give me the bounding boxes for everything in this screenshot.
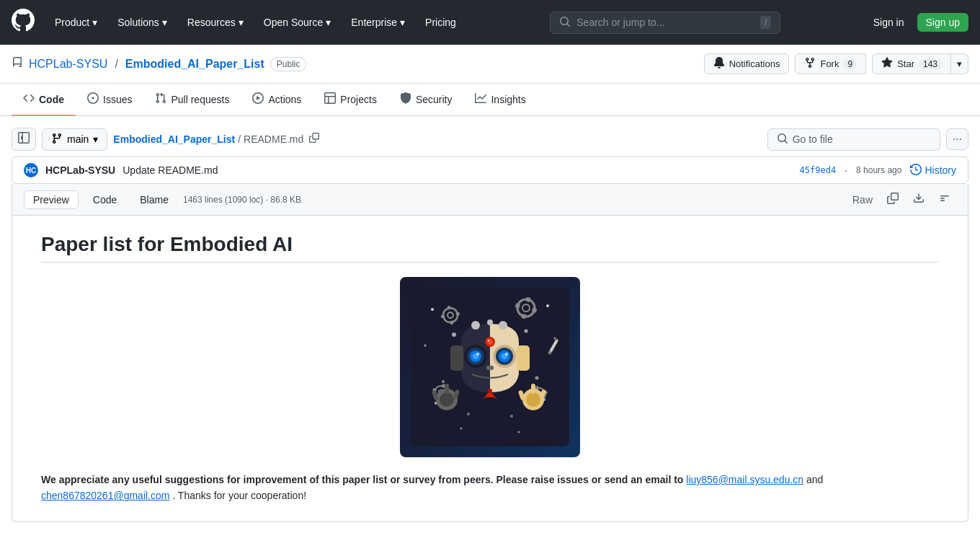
- blame-tab-button[interactable]: Blame: [131, 191, 177, 208]
- svg-point-7: [460, 428, 463, 430]
- svg-point-69: [525, 330, 528, 333]
- repo-title: HCPLab-SYSU / Embodied_AI_Paper_List Pub…: [12, 57, 306, 71]
- signup-button[interactable]: Sign up: [917, 13, 968, 32]
- tab-pull-requests[interactable]: Pull requests: [143, 84, 241, 116]
- chevron-down-icon: ▾: [93, 133, 98, 145]
- breadcrumb: Embodied_AI_Paper_List / README.md: [113, 131, 322, 147]
- breadcrumb-file: README.md: [244, 133, 303, 145]
- svg-point-45: [476, 353, 479, 356]
- branch-selector[interactable]: main ▾: [42, 128, 107, 151]
- file-content: Paper list for Embodied AI: [12, 216, 968, 522]
- history-button[interactable]: History: [910, 164, 956, 177]
- fork-group: Fork 9: [795, 53, 866, 74]
- nav-menu: Product ▾ Solutions ▾ Resources ▾ Open S…: [46, 12, 465, 32]
- sidebar-toggle-button[interactable]: [12, 128, 36, 151]
- svg-rect-36: [450, 345, 463, 371]
- search-area: Search or jump to... /: [476, 12, 855, 34]
- history-icon: [910, 164, 922, 177]
- star-group: Star 143 ▾: [872, 53, 968, 74]
- pull-request-icon: [155, 92, 166, 106]
- fork-button[interactable]: Fork 9: [795, 53, 866, 74]
- branch-icon: [51, 133, 63, 146]
- chevron-down-icon: ▾: [239, 17, 244, 28]
- search-icon: [777, 133, 788, 146]
- bell-icon: [713, 57, 725, 71]
- actions-icon: [252, 92, 264, 106]
- svg-point-2: [546, 304, 549, 307]
- nav-item-pricing[interactable]: Pricing: [416, 12, 465, 32]
- svg-rect-65: [531, 384, 535, 394]
- nav-item-resources[interactable]: Resources ▾: [179, 12, 252, 32]
- signin-button[interactable]: Sign in: [866, 13, 912, 32]
- chevron-down-icon: ▾: [162, 17, 167, 28]
- repo-icon: [12, 57, 23, 71]
- nav-item-open-source[interactable]: Open Source ▾: [255, 12, 340, 32]
- outline-button[interactable]: [933, 190, 956, 209]
- commit-author[interactable]: HCPLab-SYSU: [45, 164, 115, 176]
- navbar: Product ▾ Solutions ▾ Resources ▾ Open S…: [0, 0, 980, 45]
- repo-header: HCPLab-SYSU / Embodied_AI_Paper_List Pub…: [0, 45, 980, 84]
- svg-point-59: [440, 392, 454, 407]
- notifications-button[interactable]: Notifications: [704, 53, 790, 74]
- commit-meta: 45f9ed4 · 8 hours ago History: [800, 164, 956, 177]
- svg-point-57: [488, 389, 492, 393]
- star-button[interactable]: Star 143: [872, 53, 951, 74]
- more-options-button[interactable]: ···: [946, 128, 968, 150]
- tab-actions[interactable]: Actions: [241, 84, 313, 116]
- svg-point-8: [518, 431, 520, 433]
- commit-message: Update README.md: [122, 164, 218, 176]
- svg-rect-60: [445, 384, 449, 394]
- notifications-label: Notifications: [729, 58, 780, 69]
- nav-item-solutions[interactable]: Solutions ▾: [109, 12, 176, 32]
- star-dropdown-button[interactable]: ▾: [951, 53, 968, 74]
- svg-point-73: [510, 415, 513, 418]
- svg-point-72: [467, 413, 470, 415]
- readme-title: Paper list for Embodied AI: [41, 233, 939, 263]
- commit-hash[interactable]: 45f9ed4: [800, 165, 837, 175]
- preview-tab-button[interactable]: Preview: [24, 190, 79, 209]
- goto-file-button[interactable]: Go to file: [767, 128, 940, 151]
- file-actions: Raw: [847, 190, 956, 209]
- email1-link[interactable]: liuy856@mail.sysu.edu.cn: [686, 474, 803, 485]
- copy-raw-button[interactable]: [881, 190, 904, 209]
- chevron-down-icon: ▾: [92, 17, 97, 28]
- issues-icon: [87, 92, 99, 106]
- svg-point-1: [431, 308, 434, 311]
- tab-projects[interactable]: Projects: [313, 84, 388, 116]
- svg-point-70: [442, 380, 445, 383]
- download-button[interactable]: [907, 190, 930, 209]
- svg-point-53: [488, 340, 490, 342]
- svg-point-38: [471, 321, 480, 330]
- github-logo-icon[interactable]: [12, 9, 35, 36]
- tab-insights[interactable]: Insights: [463, 84, 537, 116]
- nav-item-product[interactable]: Product ▾: [46, 12, 106, 32]
- svg-rect-54: [486, 366, 494, 370]
- projects-icon: [324, 92, 336, 106]
- navbar-actions: Sign in Sign up: [866, 13, 968, 32]
- svg-point-4: [554, 338, 556, 340]
- repo-owner[interactable]: HCPLab-SYSU: [29, 58, 107, 71]
- star-icon: [881, 57, 893, 71]
- readme-body: We appreciate any useful suggestions for…: [41, 472, 939, 504]
- tab-security[interactable]: Security: [388, 84, 464, 116]
- avatar: HC: [24, 163, 38, 177]
- email2-link[interactable]: chen867820261@gmail.com: [41, 490, 169, 501]
- breadcrumb-repo-link[interactable]: Embodied_AI_Paper_List: [113, 133, 235, 145]
- tab-code[interactable]: Code: [12, 84, 76, 116]
- nav-item-enterprise[interactable]: Enterprise ▾: [342, 12, 414, 32]
- code-tab-button[interactable]: Code: [84, 191, 125, 208]
- tab-issues[interactable]: Issues: [76, 84, 143, 116]
- svg-point-39: [487, 319, 493, 325]
- svg-point-50: [505, 353, 508, 356]
- file-toolbar: Preview Code Blame 1463 lines (1090 loc)…: [12, 184, 968, 216]
- visibility-badge: Public: [270, 57, 307, 71]
- copy-path-button[interactable]: [306, 131, 322, 147]
- repo-tabs: Code Issues Pull requests Actions: [0, 84, 980, 116]
- svg-point-3: [424, 345, 427, 347]
- search-box[interactable]: Search or jump to... /: [550, 12, 780, 34]
- search-icon: [559, 16, 571, 30]
- raw-button[interactable]: Raw: [847, 191, 878, 208]
- repo-name[interactable]: Embodied_AI_Paper_List: [125, 58, 264, 71]
- readme-robot-image: [41, 277, 939, 457]
- svg-rect-37: [517, 345, 530, 371]
